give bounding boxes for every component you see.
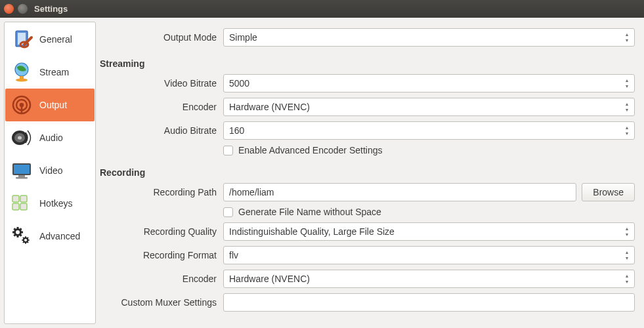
spinner-arrows-icon: ▴▾ (622, 76, 632, 91)
svg-point-5 (16, 79, 28, 82)
svg-rect-4 (20, 76, 24, 79)
audio-bitrate-value: 160 (229, 125, 244, 136)
output-mode-value: Simple (229, 32, 257, 43)
svg-line-36 (27, 241, 28, 242)
sidebar-item-label: Output (39, 100, 67, 110)
sidebar-item-label: General (39, 34, 72, 45)
custom-muxer-label: Custom Muxer Settings (100, 297, 223, 308)
svg-rect-9 (21, 105, 23, 113)
recording-quality-select[interactable]: Indistinguishable Quality, Large File Si… (223, 222, 635, 241)
svg-line-27 (20, 235, 22, 236)
streaming-encoder-value: Hardware (NVENC) (229, 102, 310, 112)
recording-format-value: flv (229, 250, 238, 260)
recording-encoder-value: Hardware (NVENC) (229, 274, 310, 284)
recording-encoder-select[interactable]: Hardware (NVENC) ▴▾ (223, 270, 635, 288)
streaming-section-title: Streaming (100, 58, 635, 69)
no-space-filename-checkbox-label: Generate File Name without Space (238, 207, 381, 217)
sidebar-item-label: Audio (39, 133, 63, 143)
video-bitrate-spinbox[interactable]: 5000 ▴▾ (223, 74, 635, 92)
recording-path-input[interactable]: /home/liam (223, 183, 576, 201)
output-icon (9, 92, 34, 117)
spinner-arrows-icon: ▴▾ (622, 123, 632, 138)
recording-path-value: /home/liam (229, 187, 274, 197)
output-mode-select[interactable]: Simple ▴▾ (223, 28, 635, 47)
titlebar: Settings (0, 0, 644, 18)
advanced-icon (9, 224, 34, 249)
streaming-encoder-select[interactable]: Hardware (NVENC) ▴▾ (223, 98, 635, 116)
spinner-arrows-icon: ▴▾ (622, 248, 632, 262)
svg-rect-20 (20, 203, 27, 210)
sidebar-item-advanced[interactable]: Advanced (5, 220, 95, 253)
no-space-filename-checkbox[interactable]: Generate File Name without Space (223, 207, 381, 217)
audio-bitrate-select[interactable]: 160 ▴▾ (223, 121, 635, 140)
sidebar-item-output[interactable]: Output (5, 89, 95, 121)
checkbox-box-icon (223, 207, 233, 217)
recording-section-title: Recording (100, 167, 635, 178)
svg-point-30 (24, 238, 28, 242)
output-mode-label: Output Mode (100, 32, 223, 43)
video-icon (9, 158, 34, 183)
video-bitrate-value: 5000 (229, 78, 249, 89)
svg-rect-17 (12, 195, 19, 202)
spinner-arrows-icon: ▴▾ (622, 272, 632, 286)
streaming-encoder-label: Encoder (100, 102, 223, 112)
recording-format-label: Recording Format (100, 250, 223, 260)
window-close-button[interactable] (4, 4, 14, 14)
svg-rect-14 (14, 165, 30, 174)
svg-rect-16 (16, 177, 28, 179)
svg-line-38 (27, 237, 28, 238)
checkbox-box-icon (223, 146, 233, 155)
sidebar-item-hotkeys[interactable]: Hotkeys (5, 187, 95, 220)
svg-rect-19 (12, 203, 19, 210)
output-settings-panel: Output Mode Simple ▴▾ Streaming Video Bi… (96, 18, 644, 328)
recording-format-select[interactable]: flv ▴▾ (223, 246, 635, 264)
settings-sidebar: General Stream (4, 22, 96, 324)
svg-line-37 (23, 241, 24, 242)
sidebar-item-label: Advanced (39, 231, 80, 241)
advanced-encoder-checkbox-label: Enable Advanced Encoder Settings (238, 145, 383, 155)
spinner-arrows-icon: ▴▾ (622, 224, 632, 239)
svg-rect-18 (20, 195, 27, 202)
sidebar-item-stream[interactable]: Stream (5, 56, 95, 89)
svg-point-12 (18, 136, 22, 139)
svg-line-35 (23, 237, 24, 238)
recording-quality-value: Indistinguishable Quality, Large File Si… (229, 226, 395, 237)
sidebar-item-general[interactable]: General (5, 23, 95, 56)
custom-muxer-input[interactable] (223, 293, 635, 312)
window-title: Settings (34, 4, 68, 14)
recording-encoder-label: Encoder (100, 274, 223, 284)
sidebar-item-label: Video (39, 165, 63, 176)
sidebar-item-audio[interactable]: Audio (5, 121, 95, 154)
spinner-arrows-icon: ▴▾ (622, 30, 632, 45)
window-minimize-button[interactable] (18, 4, 28, 14)
sidebar-item-video[interactable]: Video (5, 154, 95, 187)
advanced-encoder-checkbox[interactable]: Enable Advanced Encoder Settings (223, 145, 383, 155)
video-bitrate-label: Video Bitrate (100, 78, 223, 89)
hotkeys-icon (9, 191, 34, 216)
svg-rect-15 (18, 175, 25, 177)
recording-quality-label: Recording Quality (100, 226, 223, 237)
content-area: General Stream (0, 18, 644, 328)
sidebar-item-label: Hotkeys (39, 198, 73, 209)
svg-line-28 (14, 235, 15, 236)
audio-icon (9, 125, 34, 150)
general-icon (9, 27, 34, 52)
svg-line-29 (20, 228, 22, 230)
spinner-arrows-icon: ▴▾ (622, 100, 632, 114)
sidebar-item-label: Stream (39, 67, 69, 77)
svg-line-26 (14, 228, 15, 230)
svg-point-21 (15, 230, 21, 236)
stream-icon (9, 60, 34, 85)
recording-path-label: Recording Path (100, 187, 223, 197)
browse-button[interactable]: Browse (582, 183, 635, 201)
audio-bitrate-label: Audio Bitrate (100, 125, 223, 136)
